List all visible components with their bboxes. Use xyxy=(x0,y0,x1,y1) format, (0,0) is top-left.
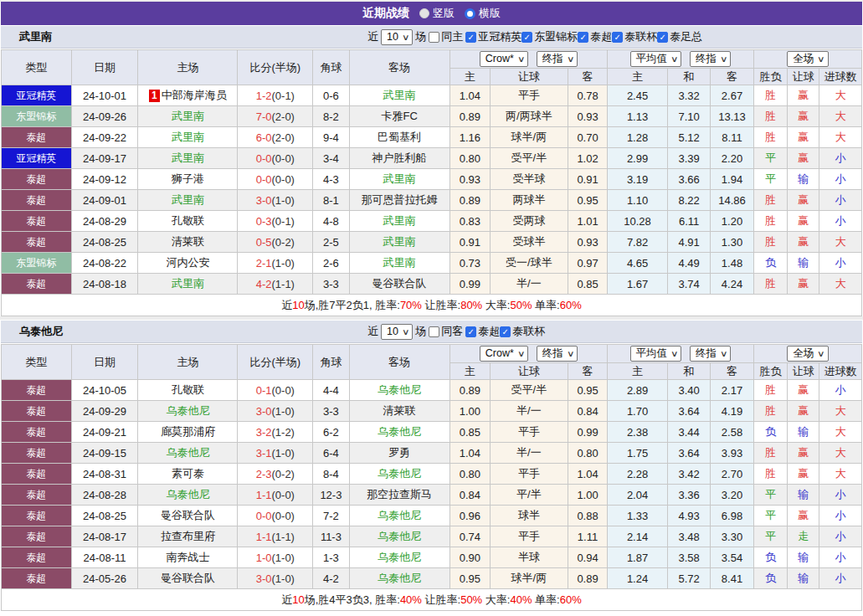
avg-home: 10.28 xyxy=(608,211,668,232)
layout-radio-horizontal[interactable]: 横版 xyxy=(465,6,501,21)
home-team: 武里南 xyxy=(138,190,238,211)
league-badge: 泰超 xyxy=(2,211,72,232)
avg-home: 1.24 xyxy=(608,568,668,589)
handicap-line: 受平/半 xyxy=(491,148,568,169)
league-filter-checkbox[interactable]: 亚冠精英 xyxy=(465,29,521,44)
home-team: 清莱联 xyxy=(138,232,238,253)
checkbox-checked-icon[interactable] xyxy=(465,326,476,337)
checkbox-checked-icon[interactable] xyxy=(657,32,668,43)
avg-home: 1.70 xyxy=(608,401,668,422)
match-date: 24-08-28 xyxy=(71,485,138,506)
team-name: 武里南 xyxy=(19,29,52,44)
col-hcap-res: 让球 xyxy=(788,69,819,85)
avg-draw: 8.22 xyxy=(667,190,710,211)
avg-away: 13.13 xyxy=(711,106,753,127)
match-score: 1-0(1-0) xyxy=(238,547,313,568)
checkbox-checked-icon[interactable] xyxy=(521,32,532,43)
home-team: 武里南 xyxy=(138,148,238,169)
result-goals: 小 xyxy=(819,568,862,589)
home-team: 乌泰他尼 xyxy=(138,485,238,506)
league-filter-checkbox[interactable]: 泰足总 xyxy=(657,29,702,44)
checkbox-unchecked-icon[interactable] xyxy=(429,32,439,43)
recent-games-select[interactable]: 10 xyxy=(381,29,413,45)
same-venue-checkbox[interactable]: 同主 xyxy=(429,29,463,44)
avg-away: 2.67 xyxy=(711,85,753,106)
odds-away: 0.93 xyxy=(568,232,607,253)
odds-source-select[interactable]: Crow* xyxy=(480,51,528,67)
odds-home: 1.00 xyxy=(449,401,490,422)
handicap-line: 受半球 xyxy=(491,169,568,190)
average-final-select[interactable]: 终指 xyxy=(690,51,731,67)
match-date: 24-09-22 xyxy=(71,127,138,148)
result-handicap: 赢 xyxy=(788,464,819,485)
recent-games-select[interactable]: 10 xyxy=(381,324,413,340)
scope-select[interactable]: 全场 xyxy=(787,346,828,362)
match-date: 24-08-11 xyxy=(71,547,138,568)
league-filter-checkbox[interactable]: 泰超 xyxy=(465,324,500,339)
odds-final-select[interactable]: 终指 xyxy=(537,346,578,362)
result-goals: 大 xyxy=(819,443,862,464)
league-filter-checkbox[interactable]: 东盟锦标 xyxy=(521,29,578,44)
result-win: 负 xyxy=(753,422,787,443)
average-final-select[interactable]: 终指 xyxy=(690,346,731,362)
odds-home: 0.93 xyxy=(449,169,490,190)
checkbox-checked-icon[interactable] xyxy=(578,32,588,43)
table-row: 泰超 24-09-12 狮子港 0-0(0-0) 4-3 武里南 0.93 受半… xyxy=(2,169,862,190)
average-select[interactable]: 平均值 xyxy=(630,346,682,362)
checkbox-checked-icon[interactable] xyxy=(465,32,476,43)
match-date: 24-08-17 xyxy=(71,526,138,547)
odds-final-select[interactable]: 终指 xyxy=(537,51,578,67)
result-goals: 大 xyxy=(819,85,862,106)
same-venue-checkbox[interactable]: 同客 xyxy=(429,324,463,339)
odds-home: 0.84 xyxy=(449,485,490,506)
radio-checked-icon[interactable] xyxy=(465,8,475,19)
table-row: 泰超 24-08-11 南奔战士 1-0(1-0) 1-3 乌泰他尼 0.90 … xyxy=(2,547,862,568)
odds-source-select[interactable]: Crow* xyxy=(480,346,528,362)
result-handicap: 赢 xyxy=(788,380,819,401)
avg-away: 14.86 xyxy=(711,190,753,211)
avg-home: 1.13 xyxy=(608,106,668,127)
league-filter-checkbox[interactable]: 泰联杯 xyxy=(500,324,545,339)
avg-away: 8.11 xyxy=(711,127,753,148)
league-filter-checkbox[interactable]: 泰超 xyxy=(578,29,612,44)
average-select[interactable]: 平均值 xyxy=(630,51,682,67)
match-score: 3-2(1-2) xyxy=(238,422,313,443)
league-badge: 泰超 xyxy=(2,380,72,401)
handicap-line: 受球半 xyxy=(491,232,568,253)
radio-horizontal-label: 横版 xyxy=(479,6,501,21)
avg-home: 1.33 xyxy=(608,506,668,526)
avg-home: 2.28 xyxy=(608,464,668,485)
odds-away: 0.91 xyxy=(568,169,607,190)
league-filter-checkbox[interactable]: 泰联杯 xyxy=(612,29,657,44)
league-filter-label: 泰超 xyxy=(590,29,612,44)
col-odds-home: 主 xyxy=(449,363,490,380)
col-avg-away: 客 xyxy=(711,69,753,85)
away-team: 巴蜀基利 xyxy=(349,127,449,148)
odds-away: 0.94 xyxy=(568,547,607,568)
corner-score: 9-4 xyxy=(313,127,349,148)
handicap-line: 平手 xyxy=(491,422,568,443)
match-date: 24-08-22 xyxy=(71,253,138,274)
col-date: 日期 xyxy=(71,50,138,85)
layout-radio-vertical[interactable]: 竖版 xyxy=(419,6,455,21)
match-date: 24-05-26 xyxy=(71,568,138,589)
result-win: 负 xyxy=(753,547,787,568)
checkbox-checked-icon[interactable] xyxy=(500,326,511,337)
league-badge: 亚冠精英 xyxy=(2,85,72,106)
checkbox-checked-icon[interactable] xyxy=(612,32,623,43)
col-odds-away: 客 xyxy=(568,69,607,85)
avg-home: 4.65 xyxy=(608,253,668,274)
table-row: 泰超 24-08-25 清莱联 0-5(0-2) 2-5 武里南 0.91 受球… xyxy=(2,232,862,253)
match-score: 3-0(1-0) xyxy=(238,401,313,422)
league-filter-label: 泰联杯 xyxy=(624,29,657,44)
col-score: 比分(半场) xyxy=(238,50,313,85)
col-home: 主场 xyxy=(138,345,238,380)
avg-away: 3.30 xyxy=(711,526,753,547)
radio-unchecked-icon[interactable] xyxy=(419,8,429,18)
corner-score: 3-3 xyxy=(313,274,349,295)
checkbox-unchecked-icon[interactable] xyxy=(429,326,439,337)
corner-score: 0-6 xyxy=(313,85,349,106)
avg-draw: 4.91 xyxy=(667,232,710,253)
filter-controls: 近 10 场 同客 泰超泰联杯 xyxy=(367,324,545,340)
scope-select[interactable]: 全场 xyxy=(787,51,828,67)
